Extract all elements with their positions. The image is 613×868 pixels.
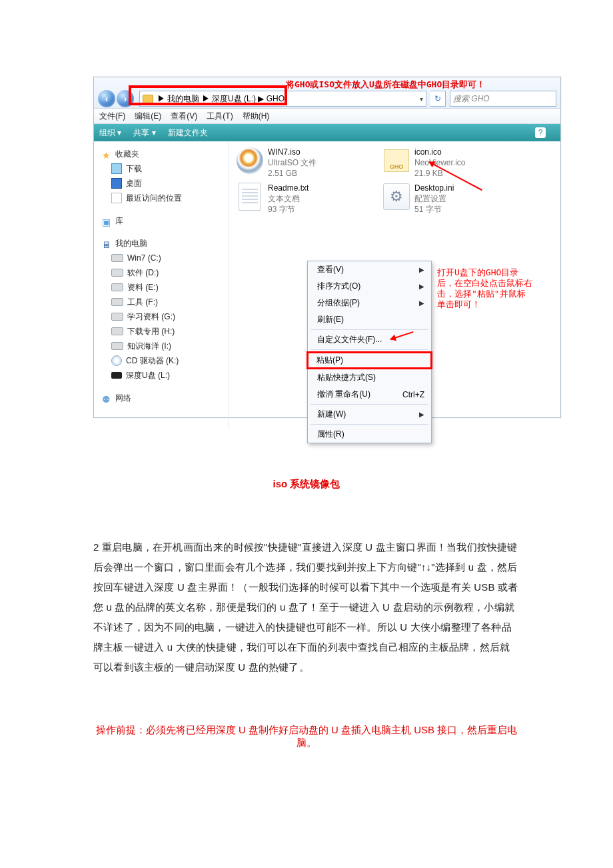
ctx-paste-shortcut[interactable]: 粘贴快捷方式(S) [308,369,431,386]
nav-drive[interactable]: Win7 (C:) [98,251,225,265]
command-bar: 组织 ▾ 共享 ▾ 新建文件夹 ? [94,124,560,141]
address-dropdown-icon[interactable]: ▾ [416,95,426,103]
drive-icon [111,254,123,262]
ctx-new[interactable]: 新建(W)▶ [308,406,431,423]
refresh-button[interactable]: ↻ [430,91,446,107]
drive-icon [111,269,123,277]
overlay-note-top: 将GHO或ISO文件放入U盘所在磁盘中GHO目录即可！ [286,79,485,91]
help-icon[interactable]: ? [535,127,546,138]
ctx-separator [310,349,428,350]
drive-icon [111,298,123,306]
cmd-newfolder[interactable]: 新建文件夹 [168,127,208,139]
nav-desktop[interactable]: 桌面 [98,176,225,191]
file-desktop-ini[interactable]: ⚙ Desktop.ini配置设置51 字节 [382,183,516,215]
nav-drive[interactable]: 知识海洋 (I:) [98,339,225,353]
ctx-refresh[interactable]: 刷新(E) [308,311,431,328]
search-input[interactable]: 搜索 GHO [450,91,556,107]
drive-icon [111,283,123,291]
cd-icon [111,355,122,366]
ctx-group[interactable]: 分组依据(P)▶ [308,295,431,311]
recent-icon [111,193,122,203]
star-icon: ★ [102,149,111,159]
drive-icon [111,327,123,335]
annotation-note: 打开U盘下的GHO目录后，在空白处点击鼠标右击，选择"粘贴"并鼠标单击即可！ [437,267,532,310]
ctx-paste[interactable]: 粘贴(P) [306,351,432,369]
ctx-sort[interactable]: 排序方式(O)▶ [308,278,431,295]
file-readme[interactable]: Readme.txt文本文档93 字节 [236,183,369,215]
ctx-view[interactable]: 查看(V)▶ [308,261,431,278]
nav-drive[interactable]: 资料 (E:) [98,280,225,295]
nav-drive[interactable]: 下载专用 (H:) [98,324,225,339]
library-icon: ▣ [102,216,111,225]
cmd-organize[interactable]: 组织 ▾ [99,127,121,139]
ctx-customize[interactable]: 自定义文件夹(F)... [308,331,431,348]
tip-text: 操作前提：必须先将已经用深度 U 盘制作好启动盘的 U 盘插入电脑主机 USB … [93,724,520,749]
nav-back-button[interactable]: ‹ [98,90,115,107]
nav-libraries[interactable]: ▣库 [98,213,225,228]
highlight-address [129,85,287,105]
cmd-share[interactable]: 共享 ▾ [133,127,155,139]
explorer-window: 将GHO或ISO文件放入U盘所在磁盘中GHO目录即可！ ‹ › ▶ 我的电脑 ▶… [93,77,561,418]
drive-icon [111,313,123,321]
menu-file[interactable]: 文件(F) [99,111,125,122]
nav-network[interactable]: ⚉网络 [98,391,225,405]
nav-drive[interactable]: CD 驱动器 (K:) [98,353,225,368]
usb-icon [111,372,122,379]
nav-recent[interactable]: 最近访问的位置 [98,191,225,205]
menu-tools[interactable]: 工具(T) [207,111,233,122]
computer-icon: 🖥 [102,239,111,248]
menu-edit[interactable]: 编辑(E) [135,111,161,122]
nav-drive[interactable]: 工具 (F:) [98,295,225,309]
network-icon: ⚉ [102,393,111,403]
settings-file-icon: ⚙ [383,183,410,210]
gho-icon: GHO [384,149,409,172]
context-menu: 查看(V)▶ 排序方式(O)▶ 分组依据(P)▶ 刷新(E) 自定义文件夹(F)… [307,261,432,443]
drive-icon [111,342,123,350]
nav-favorites[interactable]: ★收藏夹 [98,147,225,161]
nav-drive[interactable]: 学习资料 (G:) [98,309,225,324]
ctx-properties[interactable]: 属性(R) [308,426,431,443]
nav-pane: ★收藏夹 下载 桌面 最近访问的位置 ▣库 🖥我的电脑 Win7 (C:) 软件… [94,141,229,428]
menu-view[interactable]: 查看(V) [171,111,197,122]
menu-bar: 文件(F) 编辑(E) 查看(V) 工具(T) 帮助(H) [94,109,560,124]
text-file-icon [239,183,261,211]
paragraph-body: 2 重启电脑，在开机画面出来的时候按"快捷键"直接进入深度 U 盘主窗口界面！当… [93,537,520,677]
download-icon [111,163,122,174]
ctx-separator [310,404,428,405]
caption-text: iso 系统镜像包 [93,478,520,491]
ctx-separator [310,329,428,330]
ctx-undo[interactable]: 撤消 重命名(U)Ctrl+Z [308,386,431,403]
nav-drive[interactable]: 深度U盘 (L:) [98,368,225,383]
file-icon[interactable]: GHO icon.icoNeoViewer.ico21.9 KB [382,147,516,179]
file-iso[interactable]: WIN7.isoUltraISO 文件2.51 GB [236,147,369,179]
nav-downloads[interactable]: 下载 [98,161,225,176]
menu-help[interactable]: 帮助(H) [243,111,270,122]
desktop-icon [111,178,122,189]
disc-icon [237,147,263,174]
nav-computer[interactable]: 🖥我的电脑 [98,236,225,251]
nav-drive[interactable]: 软件 (D:) [98,265,225,280]
ctx-separator [310,424,428,425]
